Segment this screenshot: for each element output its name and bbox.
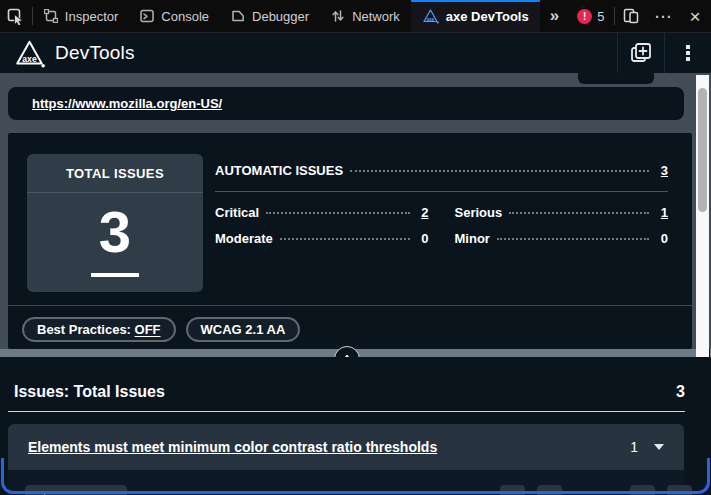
inspector-icon <box>44 9 58 23</box>
axe-devtools-panel: { "tabbar": { "tabs": [ {"label": "Inspe… <box>0 0 711 495</box>
options-menu-button[interactable] <box>665 33 711 73</box>
tab-label: Debugger <box>252 9 309 24</box>
chevron-double-right-icon: » <box>550 6 557 26</box>
more-tabs-button[interactable]: » <box>540 0 567 32</box>
tab-label: Network <box>352 9 400 24</box>
severity-grid: Critical 2 Moderate 0 Serious 1 Minor <box>215 205 668 251</box>
partially-scrolled-element <box>578 73 654 84</box>
tab-label: Console <box>161 9 209 24</box>
critical-row: Critical 2 <box>215 205 429 225</box>
scanned-url-link[interactable]: https://www.mozilla.org/en-US/ <box>32 96 222 111</box>
scan-settings-pills: Best Practices: OFF WCAG 2.1 AA <box>22 317 300 342</box>
dot-leader <box>497 238 649 240</box>
previous-page-button[interactable]: ‹ <box>537 485 562 495</box>
issue-card-header[interactable]: Elements must meet minimum color contras… <box>8 424 684 470</box>
issues-section: Issues: Total Issues 3 Elements must mee… <box>0 357 711 495</box>
critical-value[interactable]: 2 <box>417 205 429 220</box>
new-scan-button[interactable] <box>618 33 664 73</box>
devtools-menu-button[interactable]: ⋯ <box>647 0 679 32</box>
total-issues-value: 3 <box>27 193 203 277</box>
minor-row: Minor 0 <box>455 231 669 251</box>
critical-label: Critical <box>215 205 259 220</box>
svg-text:axe: axe <box>22 53 37 63</box>
dot-leader <box>509 212 649 214</box>
axe-header: axe DevTools <box>0 33 711 73</box>
issue-card: Elements must meet minimum color contras… <box>8 424 684 495</box>
serious-row: Serious 1 <box>455 205 669 225</box>
axe-logo-icon: axe <box>422 8 439 24</box>
issues-total-count: 3 <box>676 383 685 401</box>
tab-console[interactable]: Console <box>129 0 220 32</box>
automatic-issues-label: AUTOMATIC ISSUES <box>215 163 343 178</box>
responsive-design-mode-icon <box>623 8 639 24</box>
next-page-button[interactable]: › <box>630 485 655 495</box>
total-issues-card: TOTAL ISSUES 3 <box>27 154 203 292</box>
dot-leader <box>266 212 409 214</box>
issue-title-link[interactable]: Elements must meet minimum color contras… <box>28 439 630 455</box>
kebab-menu-icon <box>686 45 690 61</box>
svg-text:axe: axe <box>427 17 435 22</box>
serious-label: Serious <box>455 205 503 220</box>
issue-count: 1 <box>630 439 638 455</box>
chevron-down-icon <box>654 444 664 450</box>
wcag-label: WCAG 2.1 AA <box>201 322 286 337</box>
last-page-button[interactable]: » <box>667 485 692 495</box>
issues-heading-row: Issues: Total Issues 3 <box>14 383 685 401</box>
tab-network[interactable]: Network <box>320 0 411 32</box>
serious-value[interactable]: 1 <box>656 205 668 220</box>
panel-title: DevTools <box>55 42 135 64</box>
responsive-design-mode-button[interactable] <box>615 0 647 32</box>
tab-label: axe DevTools <box>446 9 529 24</box>
minor-value: 0 <box>656 231 668 246</box>
new-tab-plus-icon <box>630 42 652 64</box>
best-practices-label: Best Practices: <box>37 322 135 337</box>
scrollbar-thumb[interactable] <box>698 88 707 212</box>
moderate-label: Moderate <box>215 231 273 246</box>
axe-logo-icon: axe <box>14 39 45 68</box>
dot-leader <box>280 238 410 240</box>
network-icon <box>331 9 345 23</box>
total-issues-label: TOTAL ISSUES <box>27 154 203 193</box>
best-practices-state: OFF <box>135 322 161 337</box>
automatic-issues-value[interactable]: 3 <box>656 163 668 178</box>
close-devtools-button[interactable]: × <box>679 0 711 32</box>
issue-pagination: « ‹ 1 of 1 › » <box>500 485 692 495</box>
issues-heading: Issues: Total Issues <box>14 383 165 401</box>
tab-label: Inspector <box>65 9 118 24</box>
issue-card-body: Highlight « ‹ 1 of 1 › » <box>8 470 684 495</box>
console-icon <box>140 9 154 23</box>
error-badge-icon: ! <box>577 9 592 24</box>
issue-stats: AUTOMATIC ISSUES 3 Critical 2 Moderate 0 <box>215 163 668 251</box>
close-icon: × <box>689 7 700 26</box>
highlight-button[interactable]: Highlight <box>25 485 127 495</box>
moderate-row: Moderate 0 <box>215 231 429 251</box>
severity-column-right: Serious 1 Minor 0 <box>455 205 669 251</box>
moderate-value: 0 <box>417 231 429 246</box>
tab-debugger[interactable]: Debugger <box>220 0 320 32</box>
meatball-menu-icon: ⋯ <box>654 6 672 27</box>
wcag-standard-pill[interactable]: WCAG 2.1 AA <box>186 317 301 342</box>
dot-leader <box>350 170 649 172</box>
summary-panel: TOTAL ISSUES 3 AUTOMATIC ISSUES 3 Critic… <box>8 133 692 349</box>
issues-heading-underline <box>8 411 685 412</box>
severity-column-left: Critical 2 Moderate 0 <box>215 205 429 251</box>
first-page-button[interactable]: « <box>500 485 525 495</box>
summary-footer-divider <box>8 305 692 306</box>
devtools-tabbar: Inspector Console Debugger Network <box>0 0 711 33</box>
error-count-button[interactable]: ! 5 <box>567 0 614 32</box>
scanned-url-card: https://www.mozilla.org/en-US/ <box>8 87 684 120</box>
stats-divider <box>215 191 668 192</box>
page-indicator: 1 of 1 <box>574 492 618 495</box>
automatic-issues-row: AUTOMATIC ISSUES 3 <box>215 163 668 183</box>
best-practices-toggle[interactable]: Best Practices: OFF <box>22 317 176 342</box>
pick-element-button[interactable] <box>0 0 32 32</box>
tab-axe-devtools[interactable]: axe axe DevTools <box>411 0 540 32</box>
error-count: 5 <box>597 9 604 24</box>
pick-element-icon <box>7 8 24 25</box>
minor-label: Minor <box>455 231 490 246</box>
debugger-icon <box>231 9 245 23</box>
tab-inspector[interactable]: Inspector <box>33 0 129 32</box>
